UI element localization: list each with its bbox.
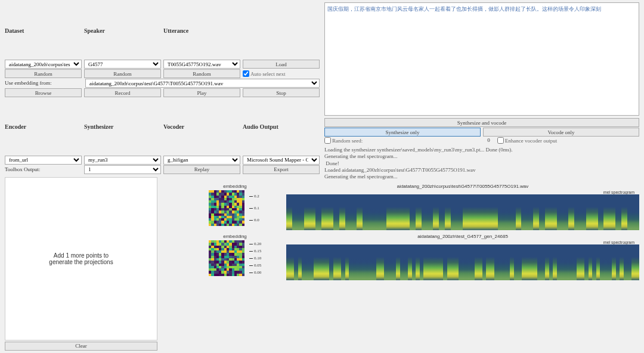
audio-output-select[interactable]: Microsoft Sound Mapper - Output	[243, 156, 320, 165]
embedding-colorbar-1: 0.2 0.1 0.0	[249, 190, 261, 226]
dataset-select[interactable]: aidatatang_200zh\corpus\test	[5, 60, 82, 69]
vocode-only-button[interactable]: Vocode only	[483, 128, 639, 137]
load-button[interactable]: Load	[243, 60, 320, 69]
random-seed-label: Random seed:	[332, 138, 363, 144]
utterance-select[interactable]: T0055G45775O192.wav	[163, 60, 240, 69]
spectrogram-1	[286, 194, 639, 230]
toolbox-output-select[interactable]: 1	[84, 165, 161, 174]
enhance-vocoder-label: Enhance vocoder output	[505, 138, 557, 144]
synthesize-vocode-button[interactable]: Synthesize and vocode	[324, 118, 639, 127]
vocoder-select[interactable]: g_hifigan	[163, 156, 240, 165]
toolbox-output-label: Toolbox Output:	[5, 165, 82, 174]
audio-output-label: Audio Output	[243, 122, 320, 131]
spectrogram-1-label: mel spectrogram	[286, 190, 639, 194]
embedding-path-select[interactable]: aidatatang_200zh\corpus\test\G4577\T0055…	[85, 79, 320, 88]
random-dataset-button[interactable]: Random	[5, 69, 82, 78]
auto-select-next-label: Auto select next	[250, 71, 285, 77]
spectrogram-2-title: aidatatang_200zh\test_G4577_gen_24685	[286, 234, 639, 239]
play-button[interactable]: Play	[163, 88, 240, 97]
encoder-label: Encoder	[5, 122, 82, 131]
synthesizer-label: Synthesizer	[84, 122, 161, 131]
random-speaker-button[interactable]: Random	[84, 69, 161, 78]
log-output: Loading the synthesizer synthesizer\save…	[324, 144, 639, 180]
random-seed-value: 0	[419, 137, 495, 144]
synthesize-only-button[interactable]: Synthesize only	[324, 128, 481, 137]
random-seed-checkbox[interactable]	[324, 137, 331, 144]
utterance-label: Utterance	[163, 26, 240, 35]
spectrogram-2-label: mel spectrogram	[286, 240, 639, 244]
export-button[interactable]: Export	[243, 165, 320, 174]
transcript-textarea[interactable]: 国庆假期，江苏省南京市地门风云母名家人一起看着了也加长得摘，做影人群排起了长队。…	[324, 2, 639, 116]
speaker-label: Speaker	[84, 26, 161, 35]
embedding-heatmap-2-title: embedding	[223, 234, 247, 239]
record-button[interactable]: Record	[84, 88, 161, 97]
embedding-heatmap-1	[209, 190, 244, 226]
spectrogram-1-title: aidatatang_200zh\corpus\test\G4577\T0055…	[286, 184, 639, 189]
auto-select-next-checkbox[interactable]	[243, 70, 249, 77]
replay-button[interactable]: Replay	[163, 165, 240, 174]
random-utterance-button[interactable]: Random	[163, 69, 240, 78]
embedding-heatmap-1-title: embedding	[223, 184, 247, 189]
projection-panel: Add 1 more points to generate the projec…	[5, 177, 157, 340]
spectrogram-2	[286, 244, 639, 280]
browse-button[interactable]: Browse	[5, 88, 82, 97]
use-embedding-label: Use embedding from:	[5, 79, 83, 88]
dataset-label: Dataset	[5, 26, 82, 35]
clear-button[interactable]: Clear	[5, 342, 157, 351]
encoder-select[interactable]: from_url	[5, 156, 82, 165]
embedding-heatmap-2	[209, 240, 244, 276]
embedding-colorbar-2: 0.20 0.15 0.10 0.05 0.00	[249, 240, 261, 276]
stop-button[interactable]: Stop	[243, 88, 320, 97]
enhance-vocoder-checkbox[interactable]	[497, 137, 504, 144]
speaker-select[interactable]: G4577	[84, 60, 161, 69]
vocoder-label: Vocoder	[163, 122, 240, 131]
synthesizer-select[interactable]: my_run3	[84, 156, 161, 165]
